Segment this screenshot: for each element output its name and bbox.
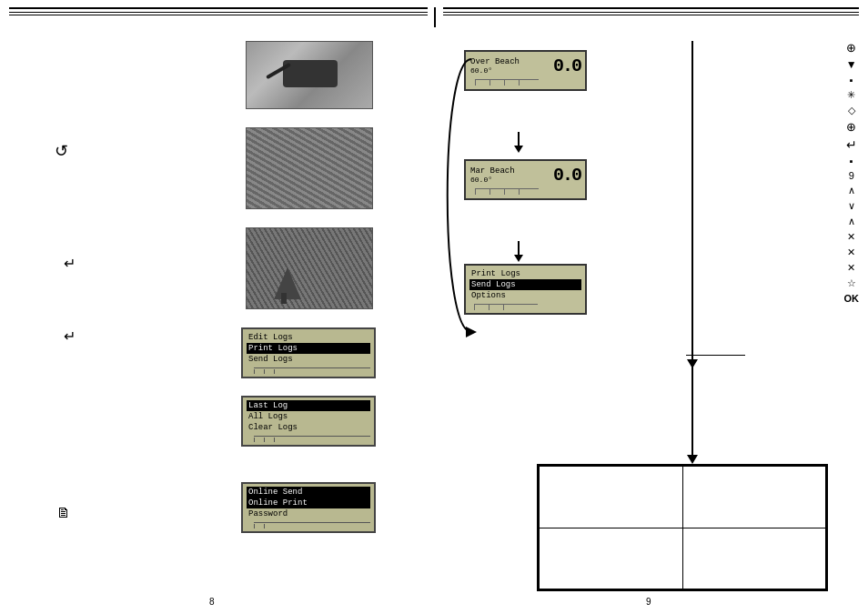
arrow-2-3: [514, 241, 523, 262]
page-number-left: 8: [209, 597, 215, 607]
right-sidebar: ⊕ ▼ ▪ ✳ ◇ ⊕ ↵ ▪ 9 ∧ ∨ ∧ ✕ ✕ ✕ ☆ OK: [844, 41, 860, 304]
page-number-right: 9: [646, 597, 651, 607]
table-cell-bottom-left: [540, 528, 683, 589]
clear-logs-item: Clear Logs: [247, 422, 370, 433]
print-logs-flow-item: Print Logs: [469, 268, 581, 279]
all-logs-item: All Logs: [247, 411, 370, 422]
over-beach-value: 0.0: [553, 55, 580, 76]
arrow-1-2: [514, 132, 523, 153]
table-cell-bottom-right: [682, 528, 826, 589]
arrow-down-icon: ▼: [846, 58, 857, 71]
square-icon: ▪: [850, 75, 853, 86]
table-cell-top-right: [682, 467, 826, 528]
flow-screen-options: Print Logs Send Logs Options: [464, 264, 587, 315]
plus-circle-icon: ⊕: [846, 120, 856, 134]
send-logs-flow-item: Send Logs: [469, 279, 581, 290]
arrow-to-table: [687, 364, 698, 464]
nine-label: 9: [849, 170, 854, 181]
header-lines-right: [443, 7, 859, 15]
diamond-icon: ◇: [848, 105, 855, 116]
document-icon: 🗎: [56, 505, 71, 521]
flow-screen-mar-beach: Mar Beach 60.0° 0.0: [464, 159, 587, 200]
down-arrow-icon: ∨: [848, 200, 855, 212]
sidebar-connector-line: [686, 355, 745, 356]
last-log-screen: Last Log All Logs Clear Logs: [241, 396, 376, 447]
block-icon: ▪: [850, 156, 853, 166]
up-arrow-icon-2: ∧: [848, 216, 855, 227]
options-flow-item: Options: [469, 290, 581, 301]
last-log-item: Last Log: [247, 400, 370, 411]
curved-back-arrow: [435, 50, 480, 341]
device-photo: [246, 127, 373, 209]
refresh-icon: ↺: [55, 141, 68, 161]
header-lines-left: [9, 7, 428, 15]
star-icon: ☆: [847, 277, 856, 289]
circle-plus-icon: ⊕: [846, 41, 856, 55]
ok-label: OK: [844, 293, 860, 304]
edit-logs-screen: Edit Logs Print Logs Send Logs: [241, 327, 376, 378]
x-icon-2: ✕: [847, 247, 855, 258]
flow-screen-over-beach: Over Beach 60.0° 0.0: [464, 50, 587, 91]
online-print-item: Online Print: [247, 498, 370, 508]
table-cell-top-left: [540, 467, 683, 528]
outdoor-photo: [246, 227, 373, 309]
enter-right-icon: ↵: [846, 137, 857, 152]
asterisk-icon: ✳: [847, 89, 855, 101]
enter-icon-2: ↵: [64, 327, 76, 345]
page-divider: [434, 7, 436, 27]
x-icon-1: ✕: [847, 231, 855, 243]
online-send-item: Online Send: [247, 487, 370, 498]
main-flow-arrow: [687, 41, 698, 368]
cable-photo: [246, 41, 373, 109]
edit-logs-item: Edit Logs: [247, 332, 370, 343]
bottom-table: [537, 464, 828, 591]
mar-beach-value: 0.0: [553, 165, 580, 186]
x-icon-3: ✕: [847, 262, 855, 274]
enter-icon-1: ↵: [64, 255, 76, 272]
up-arrow-icon-1: ∧: [848, 185, 855, 196]
send-logs-item: Send Logs: [247, 354, 370, 365]
online-screen: Online Send Online Print Password: [241, 482, 376, 533]
print-logs-item: Print Logs: [247, 343, 370, 354]
password-item: Password: [247, 508, 370, 519]
